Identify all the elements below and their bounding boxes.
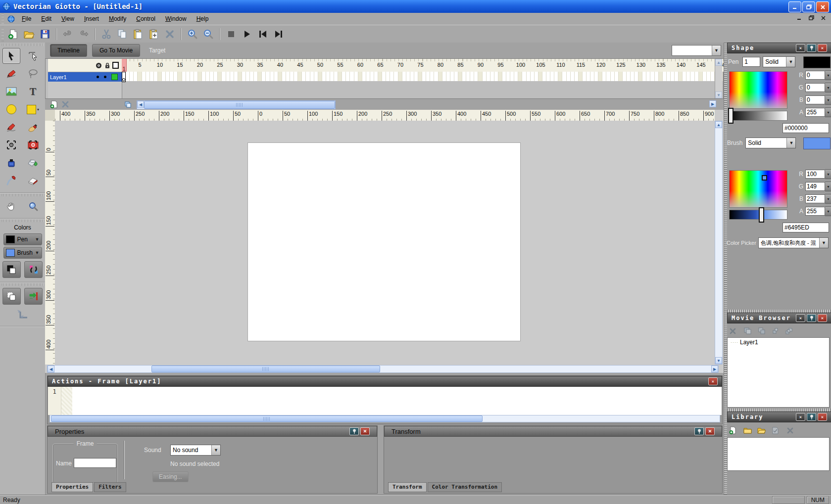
menu-edit[interactable]: Edit [36,14,56,24]
frame-cell[interactable] [222,72,226,81]
frame-cell[interactable] [546,72,550,81]
library-open-folder-icon[interactable] [756,427,767,434]
frame-cell[interactable] [370,72,374,81]
frame-cell[interactable] [394,72,398,81]
layer-row[interactable]: Layer1 [48,72,122,82]
oval-tool[interactable] [2,101,20,117]
snap-to-objects-button[interactable] [24,288,43,305]
lasso-tool[interactable] [24,66,42,82]
frame-cell[interactable] [390,72,394,81]
frame-cell[interactable] [498,72,502,81]
scroll-down-icon[interactable]: ▼ [715,357,722,364]
frame-cell[interactable] [182,72,186,81]
frame-cell[interactable] [450,72,454,81]
frame-cell[interactable] [226,72,230,81]
transform-close-button[interactable]: ✕ [705,427,715,435]
tree-item-label[interactable]: Layer1 [740,339,758,346]
frame-cell[interactable] [454,72,458,81]
color-picker-combobox[interactable]: 色调,饱和度和亮度 - 混 ▼ [758,237,829,248]
frame-cell[interactable] [174,72,178,81]
scroll-right-icon[interactable]: ▶ [711,366,718,372]
frame-cell[interactable] [470,72,474,81]
shape-hide-button[interactable]: ✕ [796,44,805,52]
copy-button[interactable] [115,27,129,41]
frame-cell[interactable] [310,72,314,81]
frame-cell[interactable] [350,72,354,81]
brush-channel-input-r[interactable] [805,170,825,179]
frame-cell[interactable] [579,72,583,81]
go-first-frame-button[interactable] [256,27,270,41]
work-area[interactable] [55,121,715,365]
frame-cell[interactable] [270,72,274,81]
frame-cell[interactable] [462,72,466,81]
frame-cell[interactable] [282,72,286,81]
frame-cell[interactable] [418,72,422,81]
frame-cell[interactable] [567,72,571,81]
library-folder-icon[interactable] [742,427,753,434]
spinner-icon[interactable]: ▼ [825,169,831,179]
frame-cell[interactable] [326,72,330,81]
registration-point-tool[interactable] [2,137,20,153]
frame-cell[interactable] [655,72,659,81]
pen-value-slider[interactable] [729,111,787,121]
frame-cell[interactable] [306,72,310,81]
spinner-icon[interactable]: ▼ [825,107,831,117]
frame-cell[interactable] [162,72,166,81]
frame-cell[interactable] [298,72,302,81]
pen-channel-input-b[interactable] [805,95,825,104]
timeline-vertical-scrollbar[interactable]: ▲ ▼ [715,59,722,98]
menu-window[interactable]: Window [160,14,192,24]
stage[interactable] [247,142,521,341]
frame-cell[interactable] [422,72,426,81]
frame-cell[interactable] [250,72,254,81]
layer-lock-dot[interactable] [104,76,106,78]
text-tool[interactable]: T [24,84,42,99]
frame-cell[interactable] [487,72,490,81]
frame-cell[interactable] [690,72,694,81]
frame-cell[interactable] [358,72,362,81]
layer-name[interactable]: Layer1 [50,74,67,80]
frame-cell[interactable] [606,72,610,81]
frame-cell[interactable] [562,72,566,81]
frame-cell[interactable] [318,72,322,81]
play-button[interactable] [240,27,254,41]
frame-cell[interactable] [667,72,671,81]
scroll-up-icon[interactable]: ▲ [715,59,722,66]
layer-visibility-dot[interactable] [97,76,99,78]
frame-cell[interactable] [210,72,214,81]
frame-cell[interactable] [278,72,282,81]
library-delete-icon[interactable] [784,427,795,434]
frame-cell[interactable] [170,72,174,81]
redo-button[interactable] [77,27,91,41]
library-list[interactable] [727,437,830,471]
frame-cell[interactable] [302,72,306,81]
frame-cell[interactable] [206,72,210,81]
frame-cell[interactable] [138,72,142,81]
frame-cell[interactable] [146,72,150,81]
scroll-down-icon[interactable]: ▼ [715,92,722,98]
frame-cell[interactable] [522,72,526,81]
cut-button[interactable] [99,27,113,41]
frame-name-input[interactable] [74,458,116,468]
spinner-icon[interactable]: ▼ [825,83,831,92]
frame-cell[interactable] [382,72,386,81]
frame-cell[interactable] [703,72,707,81]
pen-style-combobox[interactable]: Solid ▼ [763,56,795,67]
zoom-tool[interactable] [24,198,42,214]
frame-cell[interactable] [166,72,170,81]
swap-colors-button[interactable] [24,261,43,278]
frame-cell[interactable] [338,72,342,81]
frame-cell[interactable] [675,72,679,81]
pen-channel-input-r[interactable] [805,71,825,80]
shape-pin-button[interactable] [807,44,816,52]
frame-cell[interactable] [707,72,711,81]
actions-close-button[interactable]: ✕ [708,377,718,385]
spinner-icon[interactable]: ▼ [825,95,831,105]
frame-cell[interactable] [150,72,154,81]
frame-cell[interactable] [594,72,598,81]
spinner-icon[interactable]: ▼ [825,182,831,191]
shape-title-bar[interactable]: Shape ✕ ✕ [727,43,831,53]
pen-color-selector[interactable]: Pen ▼ [3,233,42,245]
frame-cell[interactable] [531,72,535,81]
frame-cell[interactable] [198,72,202,81]
